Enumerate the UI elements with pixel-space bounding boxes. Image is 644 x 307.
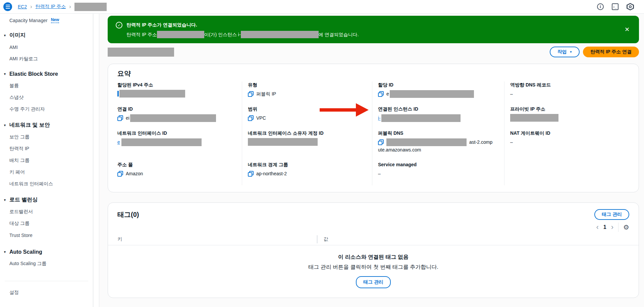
summary-column-2: 유형 퍼블릭 IP 범위 VPC 네트워크 인터페이스 소유자 계정 ID [242,81,372,185]
field-address-pool: 주소 풀 Amazon [117,161,242,185]
sidebar-section-auto-scaling[interactable]: ▼ Auto Scaling [0,246,93,258]
field-value: Amazon [126,170,143,178]
page-number[interactable]: 1 [603,224,606,230]
associate-elastic-ip-button[interactable]: 탄력적 IP 주소 연결 [583,47,639,57]
value-prefix: e [117,138,120,146]
manage-tags-button-empty[interactable]: 태그 관리 [356,276,391,288]
tags-column-value: 값 [317,235,629,243]
page-title-redacted [108,48,174,57]
field-association-id: 연결 ID ei [117,106,242,130]
sidebar-item-ami-catalog[interactable]: AMI 카탈로그 [0,53,93,65]
sidebar-item-load-balancers[interactable]: 로드밸런서 [0,206,93,218]
field-label: NAT 게이트웨이 ID [510,130,629,136]
copy-icon[interactable] [117,171,123,177]
value-prefix: e [386,90,389,98]
sidebar-item-capacity-manager[interactable]: Capacity Manager New [0,14,93,26]
info-icon[interactable]: i [597,3,604,10]
red-arrow-annotation [320,103,369,117]
sidebar-section-network-security[interactable]: ▼ 네트워크 및 보안 [0,119,93,131]
caret-down-icon: ▼ [3,124,6,127]
sidebar-item-key-pairs[interactable]: 키 페어 [0,166,93,178]
sidebar-item-snapshots[interactable]: 스냅샷 [0,91,93,103]
close-icon[interactable]: ✕ [625,26,630,33]
caret-down-icon: ▼ [3,250,6,254]
sidebar-item-trust-store[interactable]: Trust Store [0,229,93,241]
copy-icon[interactable] [378,91,384,97]
field-label: 네트워크 경계 그룹 [248,161,372,168]
copy-icon[interactable] [248,91,254,97]
value-prefix: i- [378,114,381,122]
sidebar-divider [5,281,88,281]
field-label: 네트워크 인터페이스 ID [117,130,242,136]
value-prefix: ei [126,114,129,122]
copy-icon[interactable] [117,91,119,97]
tags-column-key: 키 [117,236,317,242]
summary-card: 요약 할당된 IPv4 주소 연결 ID ei [108,64,639,192]
redacted-value [119,90,185,98]
breadcrumb-current-redacted [74,3,107,11]
sidebar-item-settings[interactable]: 설정 [0,287,93,298]
chevron-left-icon[interactable]: ‹ [596,224,599,231]
chevron-right-icon[interactable]: › [611,224,613,231]
breadcrumb-elastic-ip[interactable]: 탄력적 IP 주소 [36,4,66,10]
redacted-value [390,90,474,98]
tags-card: 태그(0) 태그 관리 ‹ 1 › ⚙ 키 값 이 리소스와 연결된 태그 없음… [108,202,639,298]
sidebar-section-load-balancing[interactable]: ▼ 로드 밸런싱 [0,194,93,206]
cloudshell-icon[interactable]: ›_ [612,3,619,10]
manage-tags-button[interactable]: 태그 관리 [594,209,629,220]
sidebar-item-placement-groups[interactable]: 배치 그룹 [0,155,93,166]
header-icons: i ›_ [597,3,634,10]
sidebar-item-ami[interactable]: AMI [0,41,93,53]
redacted-instance-id [241,31,319,38]
field-label: 연결된 인스턴스 ID [378,106,504,112]
field-label: 유형 [248,81,372,88]
redacted-value [510,114,558,122]
instance-link[interactable]: i- [378,114,381,122]
field-label: 네트워크 인터페이스 소유자 계정 ID [248,130,372,136]
sidebar-section-title: Elastic Block Store [9,71,58,77]
sidebar-item-security-groups[interactable]: 보안 그룹 [0,131,93,143]
sidebar-item-volumes[interactable]: 볼륨 [0,80,93,91]
field-label: 프라이빗 IP 주소 [510,106,629,112]
tags-table-header: 키 값 [117,235,629,244]
empty-state-subtitle: 태그 관리 버튼을 클릭하여 첫 번째 태그를 추가합니다. [117,263,629,271]
gear-icon[interactable]: ⚙ [623,224,629,231]
field-network-border-group: 네트워크 경계 그룹 ap-northeast-2 [248,161,372,185]
sidebar-section-images[interactable]: ▼ 이미지 [0,29,93,41]
network-interface-link[interactable]: e [117,138,120,146]
copy-icon[interactable] [378,139,384,145]
actions-label: 작업 [557,49,567,55]
page-header-row: 작업 ▼ 탄력적 IP 주소 연결 [108,46,639,58]
sidebar-item-auto-scaling-groups[interactable]: Auto Scaling 그룹 [0,258,93,269]
tags-empty-state: 이 리소스와 연결된 태그 없음 태그 관리 버튼을 클릭하여 첫 번째 태그를… [117,245,629,288]
redacted-value [248,138,318,146]
sidebar-item-lifecycle-manager[interactable]: 수명 주기 관리자 [0,103,93,115]
sidebar-section-ebs[interactable]: ▼ Elastic Block Store [0,68,93,80]
sidebar-section-title: 이미지 [9,32,25,39]
sidebar-resize-gutter [94,14,99,307]
field-value: 퍼블릭 IP [256,90,276,98]
amazon-q-icon[interactable] [627,3,634,10]
breadcrumb: EC2 › 탄력적 IP 주소 › [18,3,107,11]
sidebar-section-title: Auto Scaling [9,249,42,255]
breadcrumb-ec2[interactable]: EC2 [18,4,27,9]
sidebar-item-network-interfaces[interactable]: 네트워크 인터페이스 [0,178,93,190]
sidebar-item-elastic-ip[interactable]: 탄력적 IP [0,143,93,155]
empty-state-title: 이 리소스와 연결된 태그 없음 [117,253,629,261]
sidebar-item-target-groups[interactable]: 대상 그룹 [0,218,93,229]
copy-icon[interactable] [248,171,254,177]
top-navigation-bar: EC2 › 탄력적 IP 주소 › i ›_ [0,0,644,14]
summary-title: 요약 [117,69,629,77]
caret-down-icon: ▼ [3,198,6,202]
field-label: 할당된 IPv4 주소 [117,81,242,88]
field-allocation-id: 할당 ID e [378,81,504,106]
hamburger-menu-icon[interactable] [3,2,12,11]
field-label: 주소 풀 [117,161,242,168]
flashbar-title: 탄력적 IP 주소가 연결되었습니다. [126,21,359,28]
actions-dropdown-button[interactable]: 작업 ▼ [550,47,580,57]
sidebar-section-title: 로드 밸런싱 [9,196,38,203]
copy-icon[interactable] [117,115,123,121]
field-value: – [378,170,381,178]
field-label: 할당 ID [378,81,504,88]
copy-icon[interactable] [248,115,254,121]
